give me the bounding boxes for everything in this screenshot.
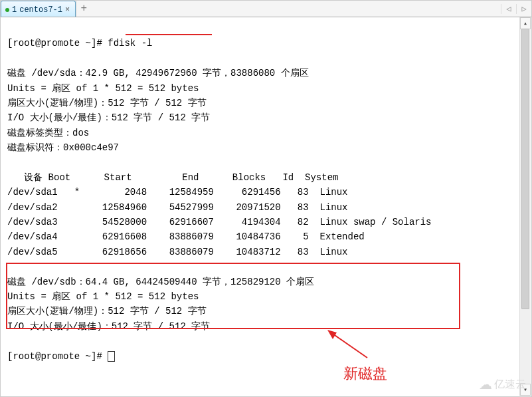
partition-row: /dev/sda5 62918656 83886079 10483712 83 … — [7, 247, 347, 257]
terminal-output[interactable]: [root@promote ~]# fdisk -l 磁盘 /dev/sda：4… — [1, 17, 531, 397]
sda-io: I/O 大小(最小/最佳)：512 字节 / 512 字节 — [7, 112, 210, 123]
status-dot-icon — [5, 8, 9, 12]
sdb-io: I/O 大小(最小/最佳)：512 字节 / 512 字节 — [7, 321, 210, 332]
tab-right-icon[interactable]: ▷ — [516, 4, 531, 14]
sdb-units: Units = 扇区 of 1 * 512 = 512 bytes — [7, 291, 199, 302]
sdb-header: 磁盘 /dev/sdb：64.4 GB, 64424509440 字节，1258… — [7, 277, 314, 287]
tab-centos7-1[interactable]: 1 centos7-1 × — [1, 1, 76, 17]
watermark-text: 亿速云 — [494, 378, 526, 392]
scrollbar-thumb[interactable] — [521, 29, 529, 309]
watermark: ☁ 亿速云 — [479, 376, 526, 392]
sda-identifier: 磁盘标识符：0x000c4e97 — [7, 142, 119, 153]
tab-title: centos7-1 — [19, 5, 62, 15]
command: fdisk -l — [108, 38, 152, 49]
annotation-underline — [126, 34, 212, 35]
tab-index: 1 — [12, 5, 17, 15]
cloud-icon: ☁ — [479, 376, 492, 392]
tab-left-icon[interactable]: ◁ — [501, 4, 516, 14]
svg-marker-1 — [327, 330, 337, 339]
tab-bar-controls: ◁ ▷ — [501, 1, 531, 17]
sda-labeltype: 磁盘标签类型：dos — [7, 128, 89, 138]
partition-table-header: 设备 Boot Start End Blocks Id System — [7, 172, 338, 183]
partition-row: /dev/sda1 * 2048 12584959 6291456 83 Lin… — [7, 187, 347, 198]
annotation-arrow-icon — [327, 330, 374, 360]
prompt: [root@promote ~]# — [7, 38, 102, 49]
sda-header: 磁盘 /dev/sda：42.9 GB, 42949672960 字节，8388… — [7, 68, 309, 78]
new-tab-button[interactable]: + — [76, 1, 91, 17]
partition-row: /dev/sda2 12584960 54527999 20971520 83 … — [7, 202, 347, 213]
cursor — [108, 351, 115, 362]
sda-units: Units = 扇区 of 1 * 512 = 512 bytes — [7, 83, 199, 94]
svg-line-0 — [333, 334, 367, 358]
tab-bar: 1 centos7-1 × + ◁ ▷ — [1, 1, 531, 17]
close-icon[interactable]: × — [65, 5, 70, 15]
sdb-sector: 扇区大小(逻辑/物理)：512 字节 / 512 字节 — [7, 306, 207, 317]
partition-row: /dev/sda3 54528000 62916607 4194304 82 L… — [7, 217, 432, 227]
annotation-label: 新磁盘 — [343, 364, 387, 384]
partition-row: /dev/sda4 62916608 83886079 10484736 5 E… — [7, 231, 365, 242]
scroll-up-icon[interactable]: ▴ — [520, 17, 531, 29]
prompt: [root@promote ~]# — [7, 351, 102, 362]
scrollbar[interactable]: ▴ ▾ — [519, 17, 531, 396]
sda-sector: 扇区大小(逻辑/物理)：512 字节 / 512 字节 — [7, 98, 207, 108]
